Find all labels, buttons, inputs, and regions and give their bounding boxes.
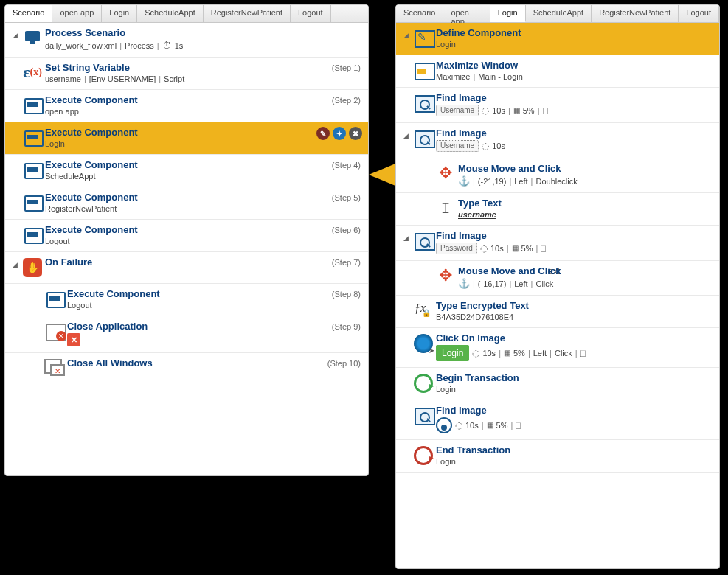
action-subtitle: Username◌10s|▦5%|⎕: [436, 105, 713, 116]
expand-icon[interactable]: [10, 192, 20, 196]
tab-open-app[interactable]: open app: [443, 5, 490, 22]
stop-hand-icon: ✋: [23, 258, 42, 277]
expand-icon[interactable]: [401, 445, 411, 449]
action-row[interactable]: Find ImageUsername◌10s|▦5%|⎕: [396, 88, 719, 123]
step-row[interactable]: Execute ComponentRegisterNewPatient(Step…: [5, 187, 368, 220]
step-row[interactable]: Execute ComponentLogin✎✦✖: [5, 122, 368, 155]
step-title: Execute Component: [45, 192, 362, 203]
expand-icon[interactable]: [10, 288, 20, 293]
action-row[interactable]: Click On ImageLogin◌10s|▦5%|Left|Click|⎕: [396, 328, 719, 368]
tab-logout[interactable]: Logout: [679, 5, 719, 22]
tolerance-icon: ▦: [512, 245, 519, 252]
text-cursor-icon: 𝙸: [435, 199, 456, 217]
tab-logout[interactable]: Logout: [291, 5, 331, 22]
tab-registernewpatient[interactable]: RegisterNewPatient: [592, 5, 679, 22]
step-title: Close All Windows: [67, 358, 362, 369]
action-row[interactable]: 𝙸Type Textusername: [396, 193, 719, 226]
action-row[interactable]: ✥Mouse Move and Click⚓|(-21,19)|Left|Dou…: [396, 158, 719, 193]
step-row[interactable]: Execute Componentopen app(Step 2): [5, 90, 368, 122]
define-component-sub: Login: [436, 40, 456, 49]
click-target-icon: [414, 334, 433, 353]
expand-icon[interactable]: [10, 127, 20, 131]
expand-icon[interactable]: ◢: [401, 27, 411, 39]
tolerance-icon: ▦: [487, 422, 493, 429]
step-row[interactable]: ◢✋On Failure(Step 7): [5, 252, 368, 284]
action-title: Type Encrypted Text: [436, 300, 713, 311]
expand-icon[interactable]: [10, 159, 20, 164]
step-row[interactable]: Close All Windows(Step 10): [5, 353, 368, 383]
action-row[interactable]: Type Encrypted TextB4A35D24D76108E4: [396, 296, 719, 328]
step-number: (Step 8): [332, 290, 361, 299]
expand-icon[interactable]: [401, 265, 411, 270]
region-icon: ⎕: [541, 244, 546, 253]
expand-icon[interactable]: [401, 372, 411, 377]
expand-icon[interactable]: [401, 163, 411, 167]
edit-icon[interactable]: ✎: [316, 127, 330, 140]
svg-marker-0: [369, 164, 395, 186]
avatar-badge-icon: [436, 417, 452, 433]
action-subtitle: Login◌10s|▦5%|Left|Click|⎕: [436, 345, 713, 361]
component-tabs: Scenarioopen appLoginScheduleApptRegiste…: [396, 5, 719, 23]
action-row[interactable]: Find Image◌10s|▦5%|⎕: [396, 400, 719, 440]
expand-icon[interactable]: [10, 224, 20, 229]
expand-icon[interactable]: [401, 92, 411, 97]
expand-icon[interactable]: [10, 62, 20, 66]
action-row[interactable]: ◢Find ImageUsername◌10s: [396, 123, 719, 158]
step-subtitle: ✕: [67, 333, 362, 346]
step-row[interactable]: Execute ComponentLogout(Step 6): [5, 220, 368, 252]
action-title: Find Image: [436, 92, 713, 103]
define-component-header[interactable]: ◢ Define Component Login: [396, 23, 719, 55]
action-subtitle: ◌10s|▦5%|⎕: [436, 417, 713, 433]
variable-icon: ε(x): [22, 63, 43, 81]
tab-scheduleappt[interactable]: ScheduleAppt: [137, 5, 204, 22]
begin-transaction-icon: [414, 374, 433, 393]
action-row[interactable]: ◢Find ImagePassword◌10s|▦5%|⎕: [396, 226, 719, 261]
step-row[interactable]: ε(x)Set String Variableusername|[Env USE…: [5, 58, 368, 90]
run-icon[interactable]: ✦: [333, 127, 346, 140]
expand-icon[interactable]: [401, 198, 411, 202]
scenario-panel: Scenarioopen appLoginScheduleApptRegiste…: [4, 4, 369, 476]
expand-icon[interactable]: ◢: [401, 230, 411, 242]
end-transaction-icon: [414, 446, 433, 465]
expand-icon[interactable]: [10, 358, 20, 362]
step-row[interactable]: Execute ComponentScheduleAppt(Step 4): [5, 155, 368, 187]
tab-login[interactable]: Login: [490, 5, 526, 22]
step-subtitle: open app: [45, 107, 362, 116]
expand-icon[interactable]: [401, 300, 411, 304]
tab-registernewpatient[interactable]: RegisterNewPatient: [204, 5, 291, 22]
process-scenario-header[interactable]: ◢ Process Scenario daily_work_flow.xml |…: [5, 23, 368, 58]
expand-icon[interactable]: [401, 60, 411, 64]
action-row[interactable]: End TransactionLogin: [396, 440, 719, 473]
tab-scenario[interactable]: Scenario: [396, 5, 443, 22]
expand-icon[interactable]: ◢: [401, 128, 411, 139]
tolerance-icon: ▦: [513, 107, 520, 114]
step-row[interactable]: Close Application✕(Step 9): [5, 316, 368, 353]
step-subtitle: RegisterNewPatient: [45, 204, 362, 213]
encrypted-icon: [413, 302, 434, 319]
action-row[interactable]: Maximize WindowMaximize|Main - Login: [396, 55, 719, 88]
settings-icon[interactable]: ✖: [349, 127, 362, 140]
tab-login[interactable]: Login: [102, 5, 137, 22]
action-subtitle: Maximize|Main - Login: [436, 72, 713, 81]
step-title: Execute Component: [45, 127, 362, 138]
expand-icon[interactable]: ◢: [10, 257, 20, 268]
step-title: Execute Component: [67, 288, 362, 299]
expand-icon[interactable]: ◢: [10, 27, 20, 39]
close-all-windows-icon: [44, 359, 65, 377]
tab-open-app[interactable]: open app: [52, 5, 102, 22]
action-subtitle: ⚓|(-21,19)|Left|Doubleclick: [458, 175, 713, 187]
region-icon: ⎕: [580, 349, 586, 358]
expand-icon[interactable]: [10, 94, 20, 99]
expand-icon[interactable]: [10, 321, 20, 325]
expand-icon[interactable]: [401, 332, 411, 337]
action-row[interactable]: ✥Mouse Move and Click⚓|(-16,17)|Left|Cli…: [396, 261, 719, 296]
action-subtitle: Password◌10s|▦5%|⎕: [436, 243, 713, 254]
variable-ref: username: [458, 210, 496, 219]
close-application-icon: [44, 322, 65, 340]
tab-scenario[interactable]: Scenario: [5, 5, 52, 22]
expand-icon[interactable]: [401, 405, 411, 409]
tab-scheduleappt[interactable]: ScheduleAppt: [526, 5, 592, 22]
step-row[interactable]: Execute ComponentLogout(Step 8): [5, 284, 368, 316]
maximize-icon: [413, 61, 434, 79]
action-row[interactable]: Begin TransactionLogin: [396, 368, 719, 400]
